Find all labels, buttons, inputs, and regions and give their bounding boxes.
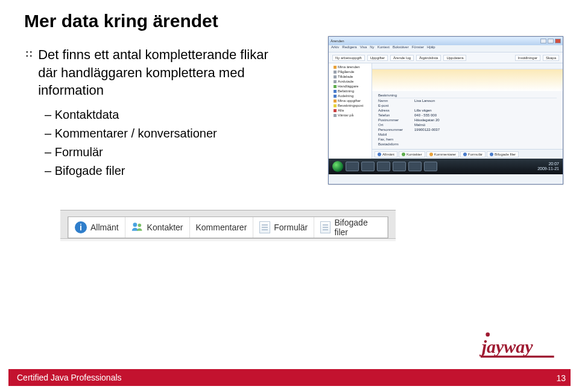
folder-icon (334, 90, 337, 93)
app-title: Ärenden (331, 39, 344, 43)
menu-item[interactable]: Bokstäver (393, 45, 409, 52)
tree-node[interactable]: Bevakningspost (330, 103, 370, 108)
tree-label: Mina uppgifter (338, 98, 361, 103)
folder-icon (334, 80, 337, 83)
tree-label: Handläggare (338, 84, 358, 89)
tree-label: Avslutade (338, 79, 353, 84)
tree-node[interactable]: Avslutade (330, 79, 370, 84)
toolbar-button[interactable]: Uppdatera (443, 55, 466, 61)
app-tab[interactable]: Bifogade filer (487, 151, 519, 157)
menu-item[interactable]: Arkiv (331, 45, 339, 52)
tree-label: Avdelning (338, 93, 353, 98)
form-row: Telefon040 - 555 000 (378, 113, 557, 118)
tab-label: Bifogade filer (334, 218, 381, 237)
document-icon (320, 221, 331, 233)
tree-node[interactable]: Tilldelade (330, 74, 370, 79)
tree-label: Tilldelade (338, 74, 353, 79)
folder-icon (334, 95, 337, 98)
start-orb-icon[interactable] (332, 161, 343, 172)
app-tab[interactable]: Allmänt (375, 151, 397, 157)
form-label: E-post (378, 104, 411, 107)
form-value: Hässlegatan 20 (414, 118, 440, 122)
app-tab[interactable]: Kommentarer (426, 151, 459, 157)
comment-icon (429, 153, 433, 156)
folder-icon (334, 66, 337, 69)
app-toolbar: Ny arbetsuppgift Uppgifter Ärende log Åt… (329, 52, 563, 63)
form-value: Malmö (414, 123, 425, 127)
form-label: Namn (378, 99, 411, 103)
tree-node[interactable]: Befattning (330, 89, 370, 93)
form-label: Postnummer (378, 118, 411, 122)
tree-node[interactable]: Avdelning (330, 93, 370, 98)
clock-date: 2009-11-21 (537, 166, 559, 171)
form-label: Mobil (378, 133, 411, 136)
app-bottom-tabs: Allmänt Kontakter Kommentarer Formulär B… (372, 149, 563, 159)
toolbar-button[interactable]: Uppgifter (367, 55, 388, 61)
form-row: Mobil (378, 132, 557, 137)
form-label: Fax, hem (378, 138, 411, 141)
tree-label: Alla (338, 108, 344, 113)
info-icon (378, 153, 381, 156)
tree-node[interactable]: Mina uppgifter (330, 98, 370, 103)
folder-icon (334, 104, 337, 107)
sub-bullet-list: – Kontaktdata – Kommentarer / konversati… (45, 106, 290, 180)
menu-item[interactable]: Kontext (378, 45, 390, 52)
app-tab[interactable]: Formulär (460, 151, 486, 157)
toolbar-button[interactable]: Ärende log (390, 55, 414, 61)
menu-item[interactable]: Ny (370, 45, 374, 52)
form-row: Fax, hem (378, 137, 557, 142)
tab-kommentarer[interactable]: Kommentarer (189, 217, 253, 238)
taskbar-item[interactable] (408, 162, 422, 171)
footer-caption: Certified Java Professionals (8, 369, 130, 386)
toolbar-button[interactable]: Åtgärdslista (416, 55, 441, 61)
tab-formular[interactable]: Formulär (253, 217, 314, 238)
menu-item[interactable]: Hjälp (427, 45, 435, 52)
tab-label: Kommentarer (434, 153, 456, 156)
tree-node[interactable]: Alla (330, 108, 370, 113)
tab-bifogade-filer[interactable]: Bifogade filer (314, 217, 387, 238)
svg-rect-4 (481, 356, 554, 358)
slide: Mer data kring ärendet :: Det finns ett … (0, 0, 579, 392)
app-titlebar: Ärenden (329, 37, 563, 45)
sub-bullet-label: Formulär (55, 145, 103, 159)
tab-label: Kontakter (407, 153, 422, 156)
list-header (372, 63, 563, 69)
tree-label: Pågående (338, 69, 354, 74)
taskbar-item[interactable] (424, 162, 437, 171)
details-form: Beskrivning NamnLisa Larsson E-post Adre… (372, 90, 563, 149)
taskbar-item[interactable] (377, 162, 390, 171)
maximize-icon[interactable] (548, 39, 554, 43)
tree-node[interactable]: Pågående (330, 69, 370, 74)
form-row: E-post (378, 103, 557, 108)
tree-label: Bevakningspost (338, 103, 363, 108)
toolbar-button[interactable]: Inställningar (515, 55, 540, 61)
toolbar-button[interactable]: Skapa (543, 55, 559, 61)
taskbar-item[interactable] (346, 162, 359, 171)
page-title: Mer data kring ärendet (24, 11, 218, 31)
tab-kontakter[interactable]: Kontakter (125, 217, 189, 238)
tab-label: Kontakter (147, 223, 183, 232)
tree-node[interactable]: Handläggare (330, 84, 370, 89)
tabs-row: i Allmänt Kontakter Kommentarer F (68, 217, 388, 238)
page-number: 13 (556, 373, 566, 383)
tree-node[interactable]: Mina ärenden (330, 65, 370, 69)
tab-allmant[interactable]: i Allmänt (69, 217, 125, 238)
tree-panel: Mina ärenden Pågående Tilldelade Avsluta… (329, 63, 372, 159)
form-value: Lisa Larsson (414, 99, 435, 103)
folder-icon (334, 71, 337, 74)
app-tab[interactable]: Kontakter (399, 151, 425, 157)
form-icon (463, 153, 467, 156)
close-icon[interactable] (555, 39, 561, 43)
form-value: Lilla vägen (414, 109, 432, 112)
form-value: 040 - 555 000 (414, 113, 437, 117)
taskbar-item[interactable] (361, 162, 375, 171)
menu-item[interactable]: Redigera (342, 45, 356, 52)
toolbar-button[interactable]: Ny arbetsuppgift (332, 55, 365, 61)
form-label: Beskrivning (378, 93, 411, 97)
menu-item[interactable]: Fönster (412, 45, 424, 52)
form-row: AdressLilla vägen (378, 108, 557, 113)
tree-node[interactable]: Väntar på (330, 113, 370, 118)
taskbar-item[interactable] (393, 162, 406, 171)
minimize-icon[interactable] (540, 39, 546, 43)
menu-item[interactable]: Visa (360, 45, 367, 52)
